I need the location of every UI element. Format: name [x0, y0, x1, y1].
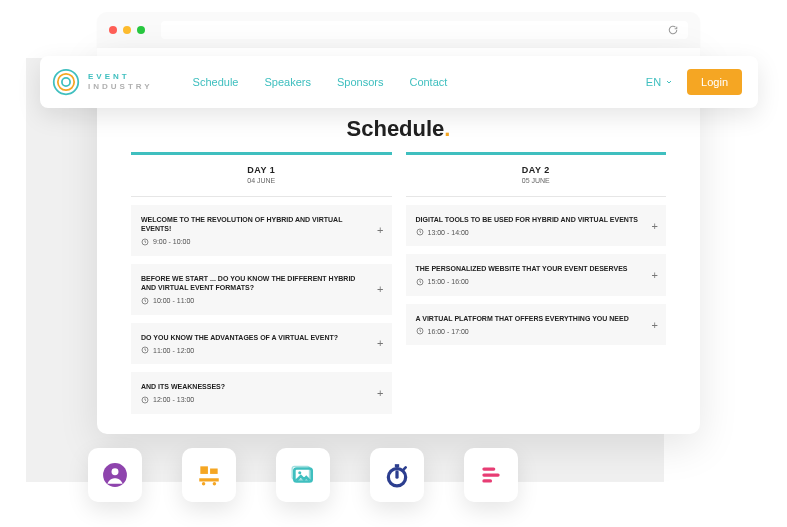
clock-icon	[141, 297, 149, 305]
session-item[interactable]: A VIRTUAL PLATFORM THAT OFFERS EVERYTHIN…	[406, 304, 667, 345]
logo-icon	[52, 68, 80, 96]
clock-icon	[141, 396, 149, 404]
day-header: DAY 2 05 JUNE	[406, 155, 667, 197]
session-time-text: 15:00 - 16:00	[428, 278, 469, 285]
language-label: EN	[646, 76, 661, 88]
address-bar[interactable]	[161, 21, 688, 39]
session-time: 16:00 - 17:00	[416, 327, 657, 335]
svg-rect-22	[482, 467, 495, 470]
close-dot[interactable]	[109, 26, 117, 34]
nav-sponsors[interactable]: Sponsors	[337, 76, 383, 88]
session-title: DO YOU KNOW THE ADVANTAGES OF A VIRTUAL …	[141, 333, 382, 342]
nav-schedule[interactable]: Schedule	[193, 76, 239, 88]
session-time-text: 10:00 - 11:00	[153, 297, 194, 304]
tool-image[interactable]	[276, 448, 330, 502]
expand-icon[interactable]: +	[377, 283, 383, 295]
session-time: 11:00 - 12:00	[141, 346, 382, 354]
traffic-lights	[109, 26, 145, 34]
clock-icon	[416, 278, 424, 286]
svg-point-16	[213, 482, 216, 485]
svg-point-8	[58, 74, 74, 90]
nav-links: Schedule Speakers Sponsors Contact	[193, 76, 448, 88]
image-icon	[290, 462, 316, 488]
page-title: Schedule.	[97, 116, 700, 142]
session-time: 12:00 - 13:00	[141, 396, 382, 404]
svg-rect-21	[395, 464, 399, 467]
session-item[interactable]: THE PERSONALIZED WEBSITE THAT YOUR EVENT…	[406, 254, 667, 295]
svg-rect-12	[200, 466, 208, 474]
chevron-down-icon	[665, 78, 673, 86]
navbar: EVENT INDUSTRY Schedule Speakers Sponsor…	[40, 56, 758, 108]
expand-icon[interactable]: +	[652, 220, 658, 232]
clock-icon	[141, 238, 149, 246]
clock-icon	[416, 327, 424, 335]
svg-rect-23	[482, 473, 499, 476]
stopwatch-icon	[384, 462, 410, 488]
refresh-icon	[668, 25, 678, 35]
expand-icon[interactable]: +	[377, 387, 383, 399]
nav-speakers[interactable]: Speakers	[264, 76, 310, 88]
expand-icon[interactable]: +	[652, 319, 658, 331]
expand-icon[interactable]: +	[652, 269, 658, 281]
day-header: DAY 1 04 JUNE	[131, 155, 392, 197]
tool-blocks[interactable]	[182, 448, 236, 502]
day-name: DAY 1	[131, 165, 392, 175]
session-time-text: 13:00 - 14:00	[428, 229, 469, 236]
browser-chrome	[97, 12, 700, 48]
session-time-text: 12:00 - 13:00	[153, 396, 194, 403]
schedule-columns: DAY 1 04 JUNE WELCOME TO THE REVOLUTION …	[97, 142, 700, 414]
tool-profile[interactable]	[88, 448, 142, 502]
day-column-1: DAY 1 04 JUNE WELCOME TO THE REVOLUTION …	[131, 152, 392, 414]
day-date: 04 JUNE	[131, 177, 392, 184]
page-title-dot: .	[444, 116, 450, 141]
align-icon	[478, 462, 504, 488]
blocks-icon	[196, 462, 222, 488]
nav-contact[interactable]: Contact	[409, 76, 447, 88]
session-time-text: 16:00 - 17:00	[428, 328, 469, 335]
session-title: AND ITS WEAKNESSES?	[141, 382, 382, 391]
svg-point-9	[62, 78, 70, 86]
session-time-text: 9:00 - 10:00	[153, 238, 190, 245]
session-item[interactable]: DIGITAL TOOLS TO BE USED FOR HYBRID AND …	[406, 205, 667, 246]
brand-line2: INDUSTRY	[88, 82, 153, 92]
svg-point-11	[112, 468, 119, 475]
tool-stopwatch[interactable]	[370, 448, 424, 502]
svg-rect-14	[199, 478, 219, 481]
session-time: 13:00 - 14:00	[416, 228, 657, 236]
clock-icon	[141, 346, 149, 354]
login-button[interactable]: Login	[687, 69, 742, 95]
zoom-dot[interactable]	[137, 26, 145, 34]
svg-rect-24	[482, 479, 492, 482]
day-name: DAY 2	[406, 165, 667, 175]
brand-text: EVENT INDUSTRY	[88, 72, 153, 91]
session-time: 15:00 - 16:00	[416, 278, 657, 286]
session-item[interactable]: DO YOU KNOW THE ADVANTAGES OF A VIRTUAL …	[131, 323, 392, 364]
session-item[interactable]: BEFORE WE START ... DO YOU KNOW THE DIFF…	[131, 264, 392, 315]
day-column-2: DAY 2 05 JUNE DIGITAL TOOLS TO BE USED F…	[406, 152, 667, 345]
svg-point-18	[298, 471, 301, 474]
session-time: 10:00 - 11:00	[141, 297, 382, 305]
session-title: A VIRTUAL PLATFORM THAT OFFERS EVERYTHIN…	[416, 314, 657, 323]
session-item[interactable]: WELCOME TO THE REVOLUTION OF HYBRID AND …	[131, 205, 392, 256]
session-title: THE PERSONALIZED WEBSITE THAT YOUR EVENT…	[416, 264, 657, 273]
expand-icon[interactable]: +	[377, 337, 383, 349]
session-title: WELCOME TO THE REVOLUTION OF HYBRID AND …	[141, 215, 382, 234]
language-selector[interactable]: EN	[646, 76, 673, 88]
brand-line1: EVENT	[88, 72, 153, 82]
session-item[interactable]: AND ITS WEAKNESSES? 12:00 - 13:00 +	[131, 372, 392, 413]
day-date: 05 JUNE	[406, 177, 667, 184]
session-time: 9:00 - 10:00	[141, 238, 382, 246]
minimize-dot[interactable]	[123, 26, 131, 34]
svg-point-15	[202, 482, 205, 485]
expand-icon[interactable]: +	[377, 224, 383, 236]
session-title: BEFORE WE START ... DO YOU KNOW THE DIFF…	[141, 274, 382, 293]
session-title: DIGITAL TOOLS TO BE USED FOR HYBRID AND …	[416, 215, 657, 224]
brand-logo[interactable]: EVENT INDUSTRY	[52, 68, 153, 96]
session-time-text: 11:00 - 12:00	[153, 347, 194, 354]
clock-icon	[416, 228, 424, 236]
tool-row	[88, 448, 518, 502]
profile-icon	[102, 462, 128, 488]
svg-rect-13	[210, 469, 218, 474]
tool-align[interactable]	[464, 448, 518, 502]
page-title-text: Schedule	[347, 116, 445, 141]
